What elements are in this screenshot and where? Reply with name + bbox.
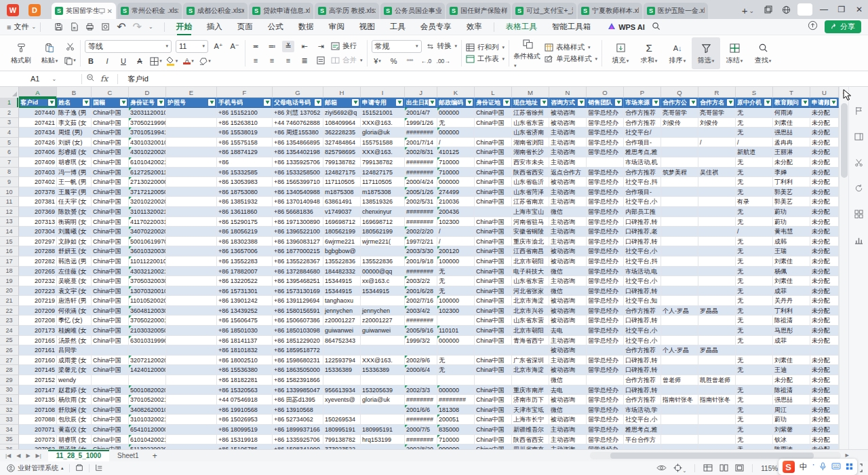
cell[interactable]: 2003/2/2	[405, 276, 437, 286]
cell[interactable]: 未分配	[810, 187, 839, 197]
cell[interactable]: 湖南省浏阳	[512, 138, 549, 148]
column-header-C[interactable]: C	[92, 87, 129, 98]
row-header[interactable]: 23	[0, 316, 19, 326]
header-cell[interactable]: 客户id	[19, 98, 57, 108]
cell[interactable]: 罗晶晶	[698, 306, 736, 316]
cell[interactable]: +86 1863505000	[273, 365, 323, 375]
cell[interactable]: 155751588	[361, 138, 405, 148]
cell[interactable]: XXX@163.	[361, 356, 405, 366]
filter-dropdown-icon[interactable]	[652, 99, 659, 106]
row-header[interactable]: 6	[0, 147, 19, 157]
cell[interactable]: 117110505	[323, 177, 361, 187]
cell[interactable]	[405, 345, 437, 356]
cell[interactable]	[437, 316, 475, 326]
first-sheet-icon[interactable]: |◀	[5, 453, 11, 459]
cell[interactable]: 电子科技大	[512, 267, 549, 277]
cell[interactable]: 北京市海淀	[512, 296, 549, 306]
cell[interactable]: 丁利利	[773, 306, 810, 316]
cell[interactable]	[475, 375, 512, 385]
cell[interactable]: 郭美艺	[773, 187, 810, 197]
cell[interactable]: +86 17882007	[217, 267, 273, 277]
cell[interactable]: 未分配	[810, 276, 839, 286]
cell[interactable]: 新航道	[736, 147, 773, 157]
cell[interactable]: 口碑推荐,转	[624, 385, 661, 396]
cell[interactable]: 2005/9/16	[405, 326, 437, 336]
cell[interactable]: 社交平台,小	[624, 326, 661, 336]
row-header[interactable]: 2	[0, 108, 19, 118]
cell[interactable]: 微信	[549, 286, 587, 297]
wps-ai-button[interactable]: WPS AI	[608, 22, 645, 32]
cell[interactable]: China中国	[475, 187, 512, 197]
cell[interactable]: 梁馨元 (女	[57, 365, 92, 375]
cell[interactable]: 无	[736, 246, 773, 256]
flag-icon[interactable]	[854, 106, 863, 118]
number-format-select[interactable]: 常规▾	[372, 40, 422, 53]
cell[interactable]: 留学总经办	[587, 227, 624, 237]
cell[interactable]: /	[437, 138, 475, 148]
cell[interactable]: 无	[736, 405, 773, 415]
tab-list-chevron-icon[interactable]: ⌄	[749, 7, 754, 14]
cell[interactable]: 207369	[19, 207, 57, 217]
cell[interactable]	[361, 444, 405, 449]
cell[interactable]: 207062	[19, 444, 57, 449]
header-cell[interactable]: 邮政编码	[437, 98, 475, 108]
cell[interactable]: 主动咨询	[549, 217, 587, 227]
cell[interactable]	[361, 375, 405, 385]
document-tab[interactable]: S高学历 教授.xlsx	[315, 3, 379, 19]
cell[interactable]: +86 刘慧 137052	[273, 108, 323, 118]
cell[interactable]: China中国	[92, 286, 129, 297]
cell[interactable]: 陈祖清	[773, 316, 810, 326]
cell[interactable]: 207173	[19, 326, 57, 336]
cell[interactable]: 社交平台,小	[624, 246, 661, 256]
cell[interactable]: +86 1506607386	[273, 316, 323, 326]
cell[interactable]	[698, 197, 736, 207]
cell[interactable]: 无	[736, 336, 773, 346]
cell[interactable]: 未分配	[810, 405, 839, 415]
cell[interactable]: 207073	[19, 435, 57, 445]
column-header-I[interactable]: I	[361, 87, 405, 98]
cell[interactable]: 2001/6/6	[405, 405, 437, 415]
cell[interactable]: ########	[405, 217, 437, 227]
cell[interactable]	[810, 345, 839, 356]
cell[interactable]: China中国	[92, 444, 129, 449]
cell[interactable]	[166, 118, 217, 128]
cell[interactable]: 207409	[19, 157, 57, 168]
italic-button[interactable]: I	[101, 56, 113, 67]
cell[interactable]: 未分配	[810, 385, 839, 396]
cell[interactable]: bgbgbow@	[323, 246, 361, 256]
cell[interactable]: China中国	[475, 415, 512, 425]
cell[interactable]: China中国	[92, 326, 129, 336]
cell[interactable]: +86 18101832	[217, 345, 273, 356]
cell[interactable]: z20001227	[323, 316, 361, 326]
cell[interactable]: 市场活动,电	[624, 267, 661, 277]
column-header-E[interactable]: E	[166, 87, 217, 98]
cell[interactable]: +86 1395468251	[273, 276, 323, 286]
cell[interactable]	[698, 157, 736, 168]
row-header[interactable]: 16	[0, 246, 19, 256]
cell[interactable]: 山东省东营	[512, 276, 549, 286]
thousands-separator-icon[interactable]: ⁰⁰⁰	[404, 56, 416, 67]
cell[interactable]: ########	[405, 415, 437, 425]
cell[interactable]: 207297	[19, 237, 57, 247]
cell[interactable]: +86 15026953	[217, 415, 273, 425]
cell[interactable]: 李文茹 (女	[57, 118, 92, 128]
cell[interactable]	[361, 415, 405, 425]
font-name-select[interactable]: 等线▾	[85, 40, 172, 53]
cell[interactable]: China中国	[92, 237, 129, 247]
cell[interactable]: 主动咨询	[549, 237, 587, 247]
cell[interactable]: +86 13439252	[217, 306, 273, 316]
cell[interactable]: 320721200209060081	[129, 356, 166, 366]
cell[interactable]: 142401200006041426	[129, 365, 166, 375]
cell[interactable]: +86 1598680231	[273, 356, 323, 366]
row-header[interactable]: 5	[0, 138, 19, 148]
cell[interactable]	[166, 217, 217, 227]
cell[interactable]: 留学总经办	[587, 237, 624, 247]
cell[interactable]: 周煜 (男)	[57, 128, 92, 138]
cell[interactable]	[661, 336, 698, 346]
cell[interactable]: gloria@uk	[361, 128, 405, 138]
cell[interactable]: 社交平台/	[624, 128, 661, 138]
cell[interactable]: China中国	[92, 227, 129, 237]
sort-button[interactable]: A↓ 排序▾	[663, 37, 692, 69]
cell[interactable]: 207135	[19, 395, 57, 405]
underline-button[interactable]: U	[117, 56, 130, 67]
